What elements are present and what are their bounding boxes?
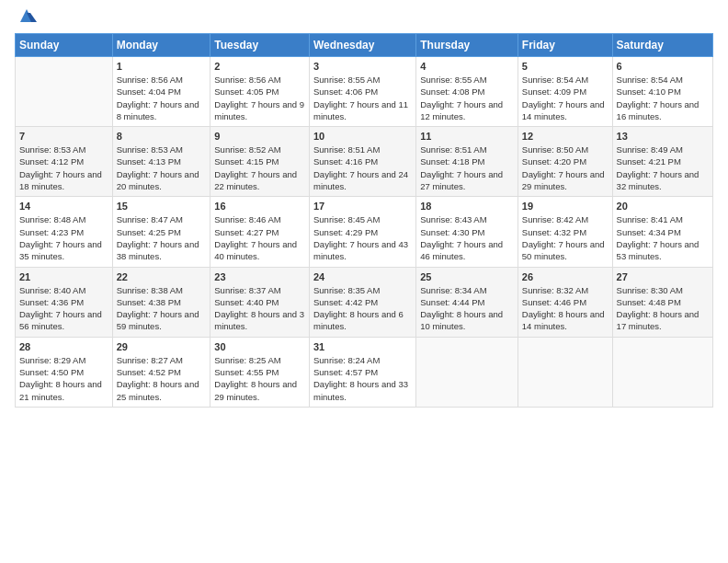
daylight-text: Daylight: 8 hours and 33 minutes. — [313, 379, 408, 401]
daylight-text: Daylight: 7 hours and 29 minutes. — [522, 169, 605, 191]
weekday-header-saturday: Saturday — [612, 34, 712, 57]
sunrise-text: Sunrise: 8:30 AM — [617, 285, 683, 295]
calendar-cell: 28 Sunrise: 8:29 AM Sunset: 4:50 PM Dayl… — [16, 337, 113, 407]
weekday-header-friday: Friday — [518, 34, 612, 57]
weekday-header-monday: Monday — [112, 34, 210, 57]
calendar-cell: 5 Sunrise: 8:54 AM Sunset: 4:09 PM Dayli… — [518, 57, 612, 127]
day-info: Sunrise: 8:25 AM Sunset: 4:55 PM Dayligh… — [214, 354, 305, 403]
daylight-text: Daylight: 7 hours and 20 minutes. — [117, 169, 199, 191]
calendar-cell — [518, 337, 612, 407]
calendar-cell: 7 Sunrise: 8:53 AM Sunset: 4:12 PM Dayli… — [16, 127, 113, 197]
daylight-text: Daylight: 7 hours and 56 minutes. — [19, 309, 102, 331]
calendar-cell: 4 Sunrise: 8:55 AM Sunset: 4:08 PM Dayli… — [416, 57, 518, 127]
week-row-1: 1 Sunrise: 8:56 AM Sunset: 4:04 PM Dayli… — [16, 57, 713, 127]
day-number: 26 — [522, 271, 609, 282]
sunset-text: Sunset: 4:15 PM — [214, 156, 279, 167]
daylight-text: Daylight: 8 hours and 25 minutes. — [117, 379, 199, 401]
day-info: Sunrise: 8:41 AM Sunset: 4:34 PM Dayligh… — [617, 213, 709, 262]
daylight-text: Daylight: 7 hours and 35 minutes. — [19, 239, 102, 261]
daylight-text: Daylight: 7 hours and 38 minutes. — [117, 239, 199, 261]
sunset-text: Sunset: 4:10 PM — [617, 86, 681, 97]
calendar-cell — [416, 337, 518, 407]
calendar-table: SundayMondayTuesdayWednesdayThursdayFrid… — [15, 33, 713, 408]
daylight-text: Daylight: 8 hours and 17 minutes. — [617, 309, 700, 331]
sunset-text: Sunset: 4:13 PM — [117, 156, 181, 167]
sunrise-text: Sunrise: 8:32 AM — [522, 285, 588, 295]
sunrise-text: Sunrise: 8:35 AM — [313, 285, 380, 295]
day-info: Sunrise: 8:35 AM Sunset: 4:42 PM Dayligh… — [313, 284, 412, 333]
daylight-text: Daylight: 7 hours and 8 minutes. — [117, 99, 199, 121]
day-info: Sunrise: 8:49 AM Sunset: 4:21 PM Dayligh… — [617, 144, 709, 192]
day-number: 17 — [313, 201, 412, 212]
sunrise-text: Sunrise: 8:29 AM — [19, 355, 85, 365]
week-row-4: 21 Sunrise: 8:40 AM Sunset: 4:36 PM Dayl… — [16, 267, 713, 337]
day-info: Sunrise: 8:53 AM Sunset: 4:12 PM Dayligh… — [19, 144, 108, 192]
sunrise-text: Sunrise: 8:43 AM — [420, 214, 486, 224]
sunset-text: Sunset: 4:46 PM — [522, 297, 586, 307]
sunset-text: Sunset: 4:20 PM — [522, 156, 586, 167]
day-number: 4 — [420, 61, 514, 72]
day-info: Sunrise: 8:54 AM Sunset: 4:09 PM Dayligh… — [522, 74, 609, 122]
week-row-2: 7 Sunrise: 8:53 AM Sunset: 4:12 PM Dayli… — [16, 127, 713, 197]
daylight-text: Daylight: 7 hours and 27 minutes. — [420, 169, 503, 191]
sunrise-text: Sunrise: 8:55 AM — [313, 75, 380, 85]
daylight-text: Daylight: 7 hours and 50 minutes. — [522, 239, 605, 261]
calendar-cell: 1 Sunrise: 8:56 AM Sunset: 4:04 PM Dayli… — [112, 57, 210, 127]
day-number: 22 — [117, 271, 207, 282]
sunrise-text: Sunrise: 8:45 AM — [313, 214, 380, 224]
calendar-cell: 15 Sunrise: 8:47 AM Sunset: 4:25 PM Dayl… — [112, 197, 210, 267]
sunrise-text: Sunrise: 8:56 AM — [214, 75, 280, 85]
sunset-text: Sunset: 4:57 PM — [313, 367, 378, 377]
calendar-cell: 16 Sunrise: 8:46 AM Sunset: 4:27 PM Dayl… — [210, 197, 310, 267]
sunset-text: Sunset: 4:18 PM — [420, 156, 484, 167]
day-info: Sunrise: 8:38 AM Sunset: 4:38 PM Dayligh… — [117, 284, 207, 333]
daylight-text: Daylight: 7 hours and 24 minutes. — [313, 169, 408, 191]
daylight-text: Daylight: 7 hours and 14 minutes. — [522, 99, 605, 121]
day-number: 3 — [313, 61, 412, 72]
sunset-text: Sunset: 4:21 PM — [617, 156, 681, 167]
calendar-cell: 10 Sunrise: 8:51 AM Sunset: 4:16 PM Dayl… — [310, 127, 416, 197]
sunset-text: Sunset: 4:27 PM — [214, 227, 279, 237]
calendar-cell: 23 Sunrise: 8:37 AM Sunset: 4:40 PM Dayl… — [210, 267, 310, 337]
sunrise-text: Sunrise: 8:24 AM — [313, 355, 380, 365]
day-number: 20 — [617, 201, 709, 212]
sunset-text: Sunset: 4:52 PM — [117, 367, 181, 377]
day-info: Sunrise: 8:50 AM Sunset: 4:20 PM Dayligh… — [522, 144, 609, 192]
sunset-text: Sunset: 4:08 PM — [420, 86, 484, 97]
daylight-text: Daylight: 8 hours and 14 minutes. — [522, 309, 605, 331]
calendar-cell: 14 Sunrise: 8:48 AM Sunset: 4:23 PM Dayl… — [16, 197, 113, 267]
day-info: Sunrise: 8:32 AM Sunset: 4:46 PM Dayligh… — [522, 284, 609, 333]
day-number: 30 — [214, 341, 305, 352]
day-number: 28 — [19, 341, 108, 352]
day-number: 8 — [117, 131, 207, 142]
weekday-header-tuesday: Tuesday — [210, 34, 310, 57]
sunset-text: Sunset: 4:16 PM — [313, 156, 378, 167]
day-info: Sunrise: 8:45 AM Sunset: 4:29 PM Dayligh… — [313, 213, 412, 262]
sunrise-text: Sunrise: 8:38 AM — [117, 285, 183, 295]
daylight-text: Daylight: 7 hours and 11 minutes. — [313, 99, 408, 121]
day-info: Sunrise: 8:53 AM Sunset: 4:13 PM Dayligh… — [117, 144, 207, 192]
day-info: Sunrise: 8:34 AM Sunset: 4:44 PM Dayligh… — [420, 284, 514, 333]
sunrise-text: Sunrise: 8:56 AM — [117, 75, 183, 85]
calendar-cell: 8 Sunrise: 8:53 AM Sunset: 4:13 PM Dayli… — [112, 127, 210, 197]
day-number: 23 — [214, 271, 305, 282]
daylight-text: Daylight: 8 hours and 6 minutes. — [313, 309, 404, 331]
day-number: 6 — [617, 61, 709, 72]
sunset-text: Sunset: 4:44 PM — [420, 297, 484, 307]
sunset-text: Sunset: 4:23 PM — [19, 227, 84, 237]
sunrise-text: Sunrise: 8:52 AM — [214, 144, 280, 155]
day-info: Sunrise: 8:56 AM Sunset: 4:04 PM Dayligh… — [117, 74, 207, 122]
sunrise-text: Sunrise: 8:42 AM — [522, 214, 588, 224]
calendar-cell: 11 Sunrise: 8:51 AM Sunset: 4:18 PM Dayl… — [416, 127, 518, 197]
daylight-text: Daylight: 7 hours and 40 minutes. — [214, 239, 297, 261]
calendar-cell: 21 Sunrise: 8:40 AM Sunset: 4:36 PM Dayl… — [16, 267, 113, 337]
calendar-cell: 26 Sunrise: 8:32 AM Sunset: 4:46 PM Dayl… — [518, 267, 612, 337]
day-info: Sunrise: 8:52 AM Sunset: 4:15 PM Dayligh… — [214, 144, 305, 192]
weekday-header-thursday: Thursday — [416, 34, 518, 57]
sunrise-text: Sunrise: 8:51 AM — [313, 144, 380, 155]
day-info: Sunrise: 8:46 AM Sunset: 4:27 PM Dayligh… — [214, 213, 305, 262]
sunrise-text: Sunrise: 8:53 AM — [117, 144, 183, 155]
day-number: 31 — [313, 341, 412, 352]
day-number: 14 — [19, 201, 108, 212]
calendar-cell: 3 Sunrise: 8:55 AM Sunset: 4:06 PM Dayli… — [310, 57, 416, 127]
